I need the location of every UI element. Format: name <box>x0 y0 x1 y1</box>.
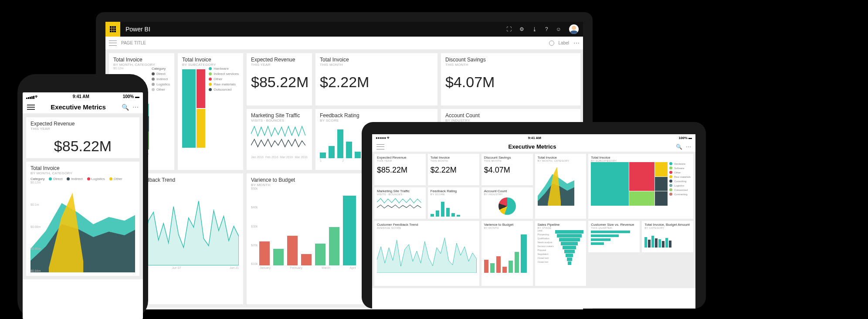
x-tick: Mar 2016 <box>295 156 308 159</box>
more-icon[interactable]: ⋯ <box>686 144 691 150</box>
kpi-title: Discount Savings <box>445 57 576 63</box>
hbar-chart <box>591 231 637 245</box>
phone-status-bar: ᯤ 9:41 AM 100% ▬ <box>23 92 143 101</box>
x-tick: March <box>322 266 330 269</box>
phone-body: Expected Revenue THIS YEAR $85.22M Total… <box>23 114 143 279</box>
hamburger-icon[interactable] <box>376 144 384 149</box>
sales-pipeline-card[interactable]: Sales Pipeline BY STAGE LeadProspecting … <box>535 221 587 286</box>
x-tick: January <box>260 266 271 269</box>
fullscreen-icon[interactable]: ⛶ <box>506 26 512 32</box>
hamburger-icon[interactable] <box>27 105 35 110</box>
phone-header: Executive Metrics 🔍 ⋯ <box>23 101 143 114</box>
card-sub: BY MONTH, CATEGORY <box>113 63 170 67</box>
card-sub: BY MONTH, CATEGORY <box>31 171 135 175</box>
legend-item: Indirect <box>156 77 168 81</box>
marketing-traffic-card[interactable]: Marketing Site Traffic VISITS · BOUNCES … <box>247 109 312 170</box>
invoice-budget-card[interactable]: Total Invoice, Budget Amount BY CATEGORY <box>642 221 693 252</box>
kpi-discount-savings[interactable]: Discount Savings THIS MONTH $4.07M <box>441 53 580 105</box>
kpi-expected-revenue-mobile[interactable]: Expected Revenue THIS YEAR $85.22M <box>26 117 139 158</box>
kpi-title: Total Invoice <box>320 57 433 63</box>
card-title: Customer Feedback Trend <box>377 223 477 227</box>
y-tick: $0.1m <box>31 203 41 206</box>
y-tick: $10k <box>251 262 258 265</box>
area-chart <box>31 181 135 272</box>
tablet-title: Executive Metrics <box>389 143 676 150</box>
legend-item: Other <box>674 171 681 174</box>
legend-item: Logistics <box>156 82 170 86</box>
kpi-discount-savings-tablet[interactable]: Discount Savings THIS MONTH $4.07M <box>481 154 533 185</box>
legend-item: Direct <box>156 72 166 76</box>
label-radio-icon[interactable] <box>549 41 554 46</box>
more-icon[interactable]: ⋯ <box>573 40 580 47</box>
customer-size-rev-card[interactable]: Customer Size vs. Revenue THIS QUARTER <box>588 221 640 252</box>
treemap-legend: Hardware Indirect services Other Raw mat… <box>209 67 239 148</box>
x-tick: April <box>350 266 356 269</box>
total-invoice-area-tablet[interactable]: Total Invoice BY MONTH, CATEGORY <box>535 154 587 219</box>
signal-icon: ᯤ <box>26 94 39 99</box>
card-title: Marketing Site Traffic <box>377 189 423 193</box>
total-invoice-treemap-tablet[interactable]: Total Invoice BY SUBCATEGORY Hardware So… <box>588 154 693 219</box>
variance-to-budget-tablet[interactable]: Varience to Budget BY MONTH <box>481 221 533 286</box>
y-tick: $0.12m <box>113 67 123 70</box>
kpi-total-invoice-tablet[interactable]: Total Invoice THIS MONTH $2.22M <box>428 154 479 185</box>
waffle-icon[interactable] <box>105 22 120 37</box>
kpi-title: Discount Savings <box>484 156 530 160</box>
mobile-title: Executive Metrics <box>35 103 122 111</box>
legend-item: Logistics <box>92 177 105 181</box>
y-tick: $0.08m <box>31 225 41 228</box>
marketing-traffic-tablet[interactable]: Marketing Site Traffic VISITS · BOUNCES <box>374 187 426 219</box>
total-invoice-treemap-card[interactable]: Total Invoice BY SUBCATEGORY Hardware In… <box>178 53 243 170</box>
card-sub: BY INDUSTRY <box>484 193 530 196</box>
avatar[interactable] <box>569 24 579 34</box>
phone-screen: ᯤ 9:41 AM 100% ▬ Executive Metrics 🔍 ⋯ E… <box>23 92 143 319</box>
kpi-title: Expected Revenue <box>377 156 423 160</box>
x-tick: 1 <box>320 159 322 162</box>
card-title: Total Invoice <box>538 156 584 160</box>
search-icon[interactable]: 🔍 <box>122 104 129 111</box>
legend-title: Category <box>152 67 170 71</box>
account-pie-chart <box>498 197 516 215</box>
kpi-value: $4.07M <box>484 166 530 175</box>
legend-item: Hardware <box>214 67 229 71</box>
card-title: Feedback Rating <box>320 112 433 119</box>
kpi-total-invoice[interactable]: Total Invoice THIS MONTH $2.22M <box>315 53 437 105</box>
card-title: Total Invoice <box>113 57 170 63</box>
legend-item: Raw materials <box>214 82 236 86</box>
account-count-tablet[interactable]: Account Count BY INDUSTRY <box>481 187 533 219</box>
total-invoice-area-mobile[interactable]: Total Invoice BY MONTH, CATEGORY Categor… <box>26 162 139 276</box>
hamburger-icon[interactable] <box>109 41 117 46</box>
download-icon[interactable]: ⭳ <box>532 26 537 32</box>
kpi-expected-revenue[interactable]: Expected Revenue THIS YEAR $85.22M <box>247 53 312 105</box>
tablet-header: Executive Metrics 🔍 ⋯ <box>372 142 695 152</box>
search-icon[interactable]: 🔍 <box>676 144 682 150</box>
legend-title: Category <box>31 177 44 181</box>
traffic-line-chart <box>377 196 423 211</box>
help-icon[interactable]: ? <box>545 26 548 32</box>
legend-item: Logistics <box>674 184 684 187</box>
kpi-sub: THIS YEAR <box>251 63 308 67</box>
mobile-area-legend: Category Direct Indirect Logistics Other <box>31 177 135 181</box>
customer-feedback-trend-tablet[interactable]: Customer Feedback Trend AVERAGE SCORE <box>374 221 479 286</box>
treemap-legend: Hardware Software Other Raw materials Co… <box>669 162 691 206</box>
legend-item: Software <box>674 167 685 170</box>
kpi-expected-revenue-tablet[interactable]: Expected Revenue THIS YEAR $85.22M <box>374 154 426 185</box>
legend-item: Contracting <box>674 193 688 196</box>
legend-item: Indirect <box>71 177 82 181</box>
card-title: Varience to Budget <box>484 223 530 227</box>
legend-item: Outsourced <box>674 189 688 191</box>
card-title: Customer Size vs. Revenue <box>591 223 637 227</box>
feedback-line-chart <box>377 229 477 273</box>
status-time: 9:41 AM <box>73 94 89 99</box>
kpi-value: $85.22M <box>31 138 135 155</box>
gear-icon[interactable]: ⚙ <box>519 26 524 32</box>
legend-item: Other <box>214 77 222 81</box>
area-legend: Category Direct Indirect Logistics Other <box>152 67 170 149</box>
feedback-icon[interactable]: ☺ <box>556 26 561 32</box>
card-title: Total Invoice <box>31 165 135 171</box>
legend-item: Consulting <box>674 180 686 183</box>
more-icon[interactable]: ⋯ <box>132 104 139 111</box>
card-title: Total Invoice <box>591 156 691 160</box>
feedback-rating-tablet[interactable]: Feedback Rating BY SCORE <box>428 187 479 219</box>
card-sub: BY CATEGORY <box>644 227 691 229</box>
y-tick: $30k <box>251 225 258 228</box>
